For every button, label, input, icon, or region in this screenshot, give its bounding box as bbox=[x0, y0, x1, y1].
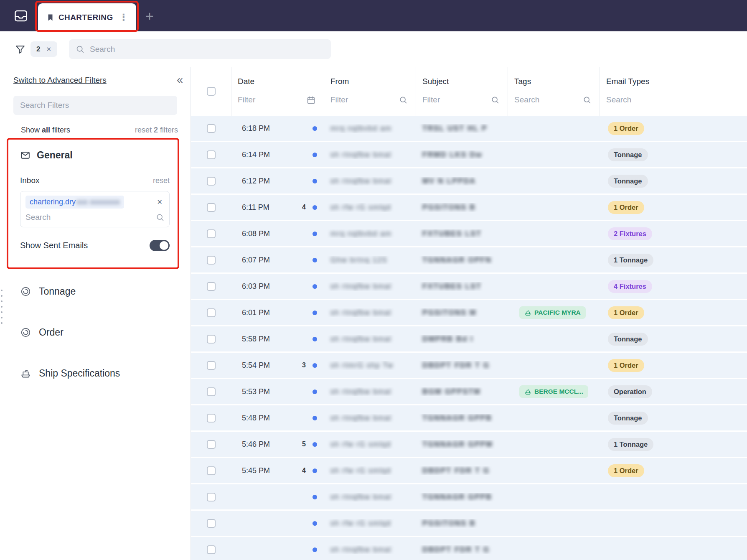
column-subject-label[interactable]: Subject bbox=[422, 77, 508, 86]
inbox-chip[interactable]: chartering.dry xxx xxxxxxxx bbox=[25, 196, 124, 209]
row-subject-redacted: DBDPT FDR T G bbox=[422, 361, 490, 369]
column-email-types-label[interactable]: Email Types bbox=[606, 77, 747, 86]
row-checkbox[interactable] bbox=[207, 203, 216, 212]
row-checkbox[interactable] bbox=[207, 229, 216, 238]
sidebar-section-ship-specifications[interactable]: Ship Specifications bbox=[0, 353, 191, 394]
email-row[interactable]: 5:58 PM sh rtnqfbw bmal DMPRB Bd l Tonna… bbox=[191, 326, 747, 351]
email-row[interactable]: 6:12 PM sh rtnqfbw bmal MV N LPPDA Tonna… bbox=[191, 168, 747, 193]
search-icon bbox=[156, 213, 164, 221]
select-all-checkbox[interactable] bbox=[207, 87, 216, 96]
search-icon[interactable] bbox=[491, 96, 499, 104]
calendar-icon[interactable] bbox=[307, 96, 315, 104]
email-type-badge[interactable]: 1 Order bbox=[608, 122, 644, 135]
show-sent-emails-label: Show Sent Emails bbox=[20, 241, 88, 250]
email-row[interactable]: 5:46 PM 5 sh rfw rG smlqd TGNNAGR GPPM 1… bbox=[191, 432, 747, 457]
show-all-filters-button[interactable]: Show all filters bbox=[21, 126, 70, 135]
email-row[interactable]: 6:01 PM sh rtnqfbw bmal PGSITONS M PACIF… bbox=[191, 300, 747, 325]
add-tab-button[interactable]: + bbox=[145, 9, 154, 23]
row-checkbox[interactable] bbox=[207, 361, 216, 370]
row-checkbox[interactable] bbox=[207, 124, 216, 133]
row-checkbox[interactable] bbox=[207, 493, 216, 501]
email-row[interactable]: 6:03 PM sh rtnqfbw bmal FXTUBES LST 4 Fi… bbox=[191, 274, 747, 299]
filter-count-pill[interactable]: 2 ✕ bbox=[30, 41, 57, 57]
email-row[interactable]: 6:14 PM sh rtnqfbw bmal FRMD LKS Dw Tonn… bbox=[191, 142, 747, 167]
row-checkbox[interactable] bbox=[207, 282, 216, 291]
email-row[interactable]: 6:11 PM 4 sh rfw rG smlqd PGSITONS B 1 O… bbox=[191, 195, 747, 220]
row-checkbox[interactable] bbox=[207, 414, 216, 423]
column-email-types-filter[interactable]: Search bbox=[606, 95, 739, 104]
column-date: Date Filter bbox=[231, 67, 324, 116]
email-row[interactable]: 6:08 PM mrq nqlbvbd am FXTUBES LST 2 Fix… bbox=[191, 221, 747, 246]
email-row[interactable]: sh rtnqfbw bmal TGNNAGR GPPB bbox=[191, 484, 747, 509]
email-row[interactable]: sh rfw rG smlqd PGSITONS B bbox=[191, 511, 747, 536]
row-from-redacted: sh rtnqfbw bmal bbox=[330, 177, 391, 185]
funnel-icon[interactable] bbox=[15, 44, 25, 54]
row-checkbox[interactable] bbox=[207, 308, 216, 317]
tab-chartering[interactable]: CHARTERING ⋮ bbox=[38, 3, 136, 31]
unread-dot bbox=[313, 495, 317, 499]
show-sent-emails-toggle[interactable] bbox=[150, 240, 170, 251]
email-type-badge[interactable]: 2 Fixtures bbox=[608, 227, 652, 240]
column-from-filter[interactable]: Filter bbox=[330, 95, 407, 104]
email-type-badge[interactable]: 1 Tonnage bbox=[608, 438, 653, 451]
email-type-badge[interactable]: Tonnage bbox=[608, 333, 648, 346]
email-row[interactable]: 5:53 PM sh rtnqfbw bmal BGM GPPSTM BERGE… bbox=[191, 379, 747, 404]
search-icon[interactable] bbox=[583, 96, 591, 104]
email-type-badge[interactable]: 1 Order bbox=[608, 359, 644, 372]
email-row[interactable]: sh rtnqfbw bmal DBDPT FDR T G bbox=[191, 537, 747, 560]
row-subject-redacted: TGNNAGR OPFN bbox=[422, 256, 492, 264]
tab-menu-kebab-icon[interactable]: ⋮ bbox=[118, 12, 129, 23]
row-checkbox[interactable] bbox=[207, 335, 216, 344]
global-search[interactable] bbox=[69, 39, 331, 59]
email-type-badge[interactable]: 1 Order bbox=[608, 306, 644, 319]
row-checkbox[interactable] bbox=[207, 466, 216, 475]
reset-filters-button[interactable]: reset 2 filters bbox=[135, 126, 178, 135]
unread-dot bbox=[313, 468, 317, 473]
email-type-badge[interactable]: 1 Order bbox=[608, 464, 644, 477]
inbox-search-input[interactable] bbox=[25, 213, 134, 222]
clear-filters-icon[interactable]: ✕ bbox=[46, 46, 51, 53]
collapse-sidebar-icon[interactable]: « bbox=[177, 74, 183, 86]
inbox-reset-button[interactable]: reset bbox=[153, 176, 170, 185]
sidebar-section-order[interactable]: Order bbox=[0, 312, 191, 353]
row-checkbox[interactable] bbox=[207, 440, 216, 449]
email-row[interactable]: 6:07 PM Ghw brtnq 12S TGNNAGR OPFN 1 Ton… bbox=[191, 247, 747, 272]
vessel-tag[interactable]: BERGE MCCL... bbox=[519, 385, 588, 398]
row-checkbox[interactable] bbox=[207, 177, 216, 186]
email-type-badge[interactable]: 1 Order bbox=[608, 201, 644, 214]
sidebar-section-tonnage[interactable]: Tonnage bbox=[0, 271, 191, 312]
email-type-badge[interactable]: Operation bbox=[608, 385, 652, 398]
search-filters-box[interactable] bbox=[13, 96, 177, 115]
column-subject-filter[interactable]: Filter bbox=[422, 95, 499, 104]
column-tags-filter[interactable]: Search bbox=[514, 95, 591, 104]
email-type-badge[interactable]: Tonnage bbox=[608, 148, 648, 161]
global-search-input[interactable] bbox=[90, 45, 324, 54]
row-checkbox[interactable] bbox=[207, 545, 216, 554]
email-type-badge[interactable]: Tonnage bbox=[608, 175, 648, 188]
row-checkbox[interactable] bbox=[207, 387, 216, 396]
row-subject-redacted: PGSITONS M bbox=[422, 308, 477, 317]
remove-inbox-chip-icon[interactable]: ✕ bbox=[155, 197, 164, 207]
email-row[interactable]: 6:18 PM mrq nqlbvbd am TRSL UST HL P 1 O… bbox=[191, 116, 747, 141]
row-checkbox[interactable] bbox=[207, 150, 216, 159]
row-checkbox[interactable] bbox=[207, 519, 216, 528]
inbox-tray-icon[interactable] bbox=[13, 8, 28, 23]
row-time: 5:46 PM bbox=[242, 440, 270, 449]
email-row[interactable]: 5:54 PM 3 sh rtmrG shp Tw DBDPT FDR T G … bbox=[191, 353, 747, 378]
search-filters-input[interactable] bbox=[20, 101, 170, 110]
search-icon[interactable] bbox=[399, 96, 407, 104]
email-type-badge[interactable]: 4 Fixtures bbox=[608, 280, 652, 293]
column-date-label[interactable]: Date bbox=[238, 77, 324, 86]
column-from-label[interactable]: From bbox=[330, 77, 416, 86]
active-filters-control[interactable]: 2 ✕ bbox=[15, 41, 57, 57]
advanced-filters-link[interactable]: Switch to Advanced Filters bbox=[13, 76, 107, 85]
email-type-badge[interactable]: 1 Tonnage bbox=[608, 254, 653, 267]
column-tags-label[interactable]: Tags bbox=[514, 77, 600, 86]
column-date-filter[interactable]: Filter bbox=[238, 95, 315, 104]
email-row[interactable]: 5:48 PM sh rtnqfbw bmal TGNNAGR GPPB Ton… bbox=[191, 405, 747, 430]
row-checkbox[interactable] bbox=[207, 256, 216, 265]
vessel-tag[interactable]: PACIFIC MYRA bbox=[519, 306, 586, 319]
email-row[interactable]: 5:45 PM 4 sh rfw rG smlqd DBDPT FDR T G … bbox=[191, 458, 747, 483]
sidebar-resize-handle[interactable] bbox=[1, 290, 3, 324]
email-type-badge[interactable]: Tonnage bbox=[608, 412, 648, 425]
